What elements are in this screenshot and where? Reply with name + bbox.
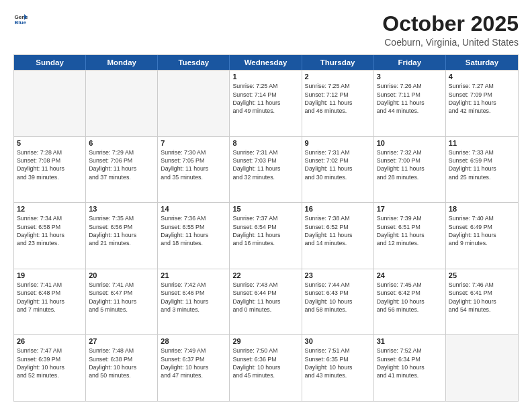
cell-info: Sunrise: 7:51 AM Sunset: 6:35 PM Dayligh… [305,347,371,379]
cell-info: Sunrise: 7:37 AM Sunset: 6:54 PM Dayligh… [232,214,298,247]
week-row-1: 1Sunrise: 7:25 AM Sunset: 7:14 PM Daylig… [14,70,518,136]
cell-info: Sunrise: 7:50 AM Sunset: 6:36 PM Dayligh… [232,347,298,379]
day-number: 20 [89,271,154,279]
day-cell-11: 11Sunrise: 7:33 AM Sunset: 6:59 PM Dayli… [446,137,518,203]
day-cell-18: 18Sunrise: 7:40 AM Sunset: 6:49 PM Dayli… [446,203,518,269]
day-number: 21 [161,271,226,279]
cell-info: Sunrise: 7:41 AM Sunset: 6:48 PM Dayligh… [17,281,83,314]
day-cell-17: 17Sunrise: 7:39 AM Sunset: 6:51 PM Dayli… [374,203,446,269]
cell-info: Sunrise: 7:41 AM Sunset: 6:47 PM Dayligh… [89,281,154,314]
cell-info: Sunrise: 7:31 AM Sunset: 7:02 PM Dayligh… [305,148,371,181]
calendar: SundayMondayTuesdayWednesdayThursdayFrid… [13,54,519,402]
week-row-4: 19Sunrise: 7:41 AM Sunset: 6:48 PM Dayli… [14,269,518,335]
day-cell-29: 29Sunrise: 7:50 AM Sunset: 6:36 PM Dayli… [230,335,302,401]
day-number: 9 [305,139,371,147]
day-cell-7: 7Sunrise: 7:30 AM Sunset: 7:05 PM Daylig… [158,137,230,203]
cell-info: Sunrise: 7:33 AM Sunset: 6:59 PM Dayligh… [449,148,515,181]
cell-info: Sunrise: 7:49 AM Sunset: 6:37 PM Dayligh… [161,347,226,379]
day-number: 23 [305,271,371,279]
cell-info: Sunrise: 7:44 AM Sunset: 6:43 PM Dayligh… [305,281,371,314]
logo: General Blue [13,12,28,27]
day-cell-24: 24Sunrise: 7:45 AM Sunset: 6:42 PM Dayli… [374,269,446,335]
day-cell-22: 22Sunrise: 7:43 AM Sunset: 6:44 PM Dayli… [230,269,302,335]
day-number: 8 [232,139,298,147]
day-number: 22 [232,271,298,279]
day-cell-2: 2Sunrise: 7:25 AM Sunset: 7:12 PM Daylig… [302,71,374,136]
day-cell-30: 30Sunrise: 7:51 AM Sunset: 6:35 PM Dayli… [302,335,374,401]
day-number: 30 [305,337,371,345]
day-cell-21: 21Sunrise: 7:42 AM Sunset: 6:46 PM Dayli… [158,269,230,335]
day-cell-5: 5Sunrise: 7:28 AM Sunset: 7:08 PM Daylig… [14,137,86,203]
day-number: 24 [377,271,443,279]
month-title: October 2025 [382,12,519,36]
cell-info: Sunrise: 7:35 AM Sunset: 6:56 PM Dayligh… [89,214,154,247]
day-cell-25: 25Sunrise: 7:46 AM Sunset: 6:41 PM Dayli… [446,269,518,335]
cell-info: Sunrise: 7:34 AM Sunset: 6:58 PM Dayligh… [17,214,83,247]
day-cell-15: 15Sunrise: 7:37 AM Sunset: 6:54 PM Dayli… [230,203,302,269]
day-number: 12 [17,205,83,213]
day-number: 6 [89,139,154,147]
day-number: 5 [17,139,83,147]
day-cell-8: 8Sunrise: 7:31 AM Sunset: 7:03 PM Daylig… [230,137,302,203]
day-number: 19 [17,271,83,279]
day-number: 2 [305,73,371,81]
calendar-header: SundayMondayTuesdayWednesdayThursdayFrid… [14,55,518,70]
day-cell-16: 16Sunrise: 7:38 AM Sunset: 6:52 PM Dayli… [302,203,374,269]
cell-info: Sunrise: 7:38 AM Sunset: 6:52 PM Dayligh… [305,214,371,247]
day-number: 18 [449,205,515,213]
day-cell-3: 3Sunrise: 7:26 AM Sunset: 7:11 PM Daylig… [374,71,446,136]
title-block: October 2025 Coeburn, Virginia, United S… [382,12,519,48]
cell-info: Sunrise: 7:29 AM Sunset: 7:06 PM Dayligh… [89,148,154,181]
day-number: 25 [449,271,515,279]
cell-info: Sunrise: 7:40 AM Sunset: 6:49 PM Dayligh… [449,214,515,247]
location-subtitle: Coeburn, Virginia, United States [382,37,519,48]
cell-info: Sunrise: 7:27 AM Sunset: 7:09 PM Dayligh… [449,82,515,115]
cell-info: Sunrise: 7:48 AM Sunset: 6:38 PM Dayligh… [89,347,154,379]
day-cell-23: 23Sunrise: 7:44 AM Sunset: 6:43 PM Dayli… [302,269,374,335]
day-number: 26 [17,337,83,345]
day-cell-31: 31Sunrise: 7:52 AM Sunset: 6:34 PM Dayli… [374,335,446,401]
week-row-3: 12Sunrise: 7:34 AM Sunset: 6:58 PM Dayli… [14,202,518,269]
cell-info: Sunrise: 7:25 AM Sunset: 7:12 PM Dayligh… [305,82,371,115]
day-cell-20: 20Sunrise: 7:41 AM Sunset: 6:47 PM Dayli… [86,269,158,335]
day-number: 10 [377,139,443,147]
cell-info: Sunrise: 7:43 AM Sunset: 6:44 PM Dayligh… [232,281,298,314]
cell-info: Sunrise: 7:39 AM Sunset: 6:51 PM Dayligh… [377,214,443,247]
cell-info: Sunrise: 7:46 AM Sunset: 6:41 PM Dayligh… [449,281,515,314]
day-cell-19: 19Sunrise: 7:41 AM Sunset: 6:48 PM Dayli… [14,269,86,335]
cell-info: Sunrise: 7:36 AM Sunset: 6:55 PM Dayligh… [161,214,226,247]
page: General Blue October 2025 Coeburn, Virgi… [0,0,532,411]
cell-info: Sunrise: 7:52 AM Sunset: 6:34 PM Dayligh… [377,347,443,379]
day-number: 15 [232,205,298,213]
header: General Blue October 2025 Coeburn, Virgi… [13,12,519,48]
day-cell-9: 9Sunrise: 7:31 AM Sunset: 7:02 PM Daylig… [302,137,374,203]
day-number: 31 [377,337,443,345]
day-number: 7 [161,139,226,147]
cell-info: Sunrise: 7:30 AM Sunset: 7:05 PM Dayligh… [161,148,226,181]
header-day-tuesday: Tuesday [158,55,230,70]
day-cell-28: 28Sunrise: 7:49 AM Sunset: 6:37 PM Dayli… [158,335,230,401]
header-day-friday: Friday [374,55,446,70]
day-number: 14 [161,205,226,213]
header-day-sunday: Sunday [14,55,86,70]
empty-cell [158,71,230,136]
day-cell-6: 6Sunrise: 7:29 AM Sunset: 7:06 PM Daylig… [86,137,158,203]
day-number: 11 [449,139,515,147]
header-day-monday: Monday [86,55,158,70]
day-cell-12: 12Sunrise: 7:34 AM Sunset: 6:58 PM Dayli… [14,203,86,269]
day-cell-4: 4Sunrise: 7:27 AM Sunset: 7:09 PM Daylig… [446,71,518,136]
day-number: 3 [377,73,443,81]
header-day-thursday: Thursday [302,55,374,70]
cell-info: Sunrise: 7:31 AM Sunset: 7:03 PM Dayligh… [232,148,298,181]
header-day-saturday: Saturday [446,55,518,70]
cell-info: Sunrise: 7:26 AM Sunset: 7:11 PM Dayligh… [377,82,443,115]
day-cell-13: 13Sunrise: 7:35 AM Sunset: 6:56 PM Dayli… [86,203,158,269]
calendar-body: 1Sunrise: 7:25 AM Sunset: 7:14 PM Daylig… [14,70,518,401]
day-number: 17 [377,205,443,213]
week-row-2: 5Sunrise: 7:28 AM Sunset: 7:08 PM Daylig… [14,136,518,203]
day-cell-26: 26Sunrise: 7:47 AM Sunset: 6:39 PM Dayli… [14,335,86,401]
svg-text:Blue: Blue [14,19,26,26]
header-day-wednesday: Wednesday [230,55,302,70]
day-cell-10: 10Sunrise: 7:32 AM Sunset: 7:00 PM Dayli… [374,137,446,203]
day-number: 16 [305,205,371,213]
